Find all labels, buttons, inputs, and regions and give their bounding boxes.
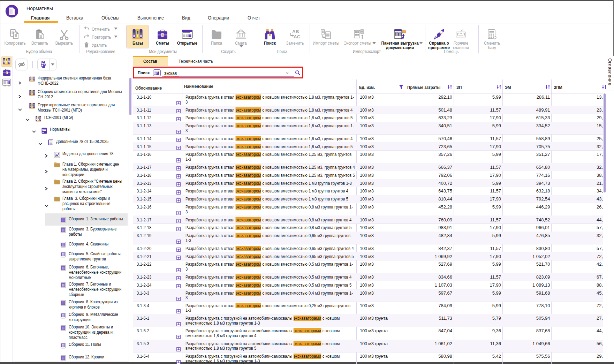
svg-text:AC: AC: [294, 34, 301, 39]
svg-text:AB: AB: [292, 29, 299, 34]
